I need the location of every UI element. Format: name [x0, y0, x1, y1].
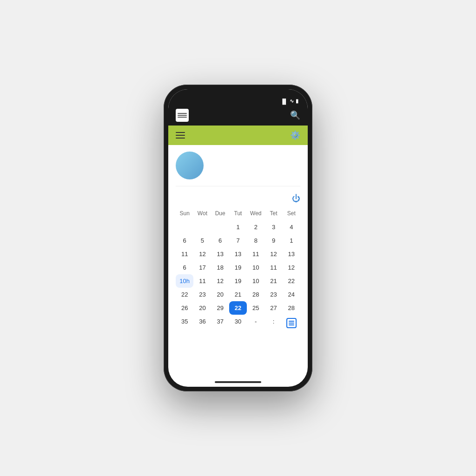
- calendar-cell[interactable]: 29: [212, 301, 229, 315]
- wifi-icon: ∿: [290, 98, 294, 104]
- calendar-cell[interactable]: 10h: [176, 274, 193, 288]
- day-tet: Tet: [264, 208, 282, 218]
- calendar-cell[interactable]: [176, 220, 193, 234]
- calendar-cell[interactable]: 19: [229, 261, 247, 274]
- hamburger-menu-icon[interactable]: [176, 132, 185, 139]
- notes-icon[interactable]: [176, 109, 189, 122]
- calendar-cell[interactable]: -: [247, 315, 264, 331]
- day-set: Set: [283, 208, 300, 218]
- calendar-cell[interactable]: 7: [229, 234, 247, 247]
- calendar-cell[interactable]: :: [264, 315, 282, 331]
- calendar-cell[interactable]: 21: [264, 274, 282, 288]
- calendar-cell[interactable]: 28: [247, 288, 264, 301]
- calendar-row: 6567891: [176, 234, 300, 247]
- calendar-header: Sun Wot Due Tut Wed Tet Set: [176, 208, 300, 218]
- calendar-cell[interactable]: 11: [264, 261, 282, 274]
- calendar-cell[interactable]: 4: [283, 220, 300, 234]
- calendar-row: 6171819101112: [176, 261, 300, 274]
- calendar: Sun Wot Due Tut Wed Tet Set 123465678911…: [176, 208, 300, 331]
- calendar-cell[interactable]: 10: [247, 261, 264, 274]
- calendar-cell[interactable]: 10: [247, 274, 264, 288]
- calendar-cell[interactable]: 6: [176, 261, 193, 274]
- home-indicator: [215, 381, 261, 383]
- calendar-cell[interactable]: 24: [283, 288, 300, 301]
- phone-frame: ▐▌ ∿ ▮ 🔍 ⚙️: [164, 85, 312, 391]
- day-sun: Sun: [176, 208, 193, 218]
- calendar-cell[interactable]: 13: [283, 247, 300, 261]
- calendar-cell[interactable]: 30: [229, 315, 247, 331]
- calendar-cell[interactable]: 8: [247, 234, 264, 247]
- calendar-cell[interactable]: 3: [264, 220, 282, 234]
- calendar-cell[interactable]: 18: [212, 261, 229, 274]
- calendar-cell[interactable]: 12: [212, 274, 229, 288]
- calendar-cell[interactable]: 5: [193, 234, 211, 247]
- profile-section: [176, 152, 300, 186]
- day-due: Due: [212, 208, 229, 218]
- status-icons: ▐▌ ∿ ▮: [280, 98, 298, 104]
- power-icon[interactable]: ⏻: [292, 194, 300, 204]
- list-view-icon[interactable]: [286, 318, 297, 328]
- calendar-cell[interactable]: 6: [176, 234, 193, 247]
- calendar-cell[interactable]: 28: [283, 301, 300, 315]
- calendar-cell[interactable]: 22: [283, 274, 300, 288]
- phone-screen: ▐▌ ∿ ▮ 🔍 ⚙️: [168, 89, 308, 387]
- search-icon[interactable]: 🔍: [290, 110, 300, 120]
- calendar-cell[interactable]: 13: [229, 247, 247, 261]
- calendar-cell[interactable]: 11: [193, 274, 211, 288]
- calendar-cell[interactable]: 23: [193, 288, 211, 301]
- notch: [210, 89, 266, 101]
- calendar-body: 1234656789111121313111213617181910111210…: [176, 220, 300, 331]
- green-navbar: ⚙️: [168, 126, 308, 145]
- app-header: 🔍: [168, 106, 308, 126]
- calendar-cell[interactable]: 20: [193, 301, 211, 315]
- calendar-row: 10h111219102122: [176, 274, 300, 288]
- avatar: [176, 152, 204, 179]
- calendar-cell[interactable]: 17: [193, 261, 211, 274]
- calendar-cell[interactable]: 2: [247, 220, 264, 234]
- calendar-cell[interactable]: 25: [247, 301, 264, 315]
- calendar-row: 22232021282324: [176, 288, 300, 301]
- calendar-cell[interactable]: 13: [212, 247, 229, 261]
- calendar-cell[interactable]: 1: [283, 234, 300, 247]
- calendar-row: 1234: [176, 220, 300, 234]
- calendar-cell[interactable]: 6: [212, 234, 229, 247]
- calendar-row: 26202922252728: [176, 301, 300, 315]
- day-wot: Wot: [193, 208, 211, 218]
- battery-icon: ▮: [296, 98, 298, 104]
- calendar-cell[interactable]: [212, 220, 229, 234]
- day-wed: Wed: [247, 208, 264, 218]
- section-header: ⏻: [176, 194, 300, 204]
- calendar-cell[interactable]: 22: [229, 301, 247, 315]
- calendar-cell[interactable]: 12: [193, 247, 211, 261]
- calendar-cell[interactable]: 27: [264, 301, 282, 315]
- calendar-cell[interactable]: 12: [264, 247, 282, 261]
- calendar-cell[interactable]: 23: [264, 288, 282, 301]
- calendar-cell[interactable]: 22: [176, 288, 193, 301]
- day-tut: Tut: [229, 208, 247, 218]
- signal-icon: ▐▌: [280, 99, 288, 104]
- calendar-cell[interactable]: 19: [229, 274, 247, 288]
- calendar-cell[interactable]: 20: [212, 288, 229, 301]
- filter-icon[interactable]: ⚙️: [290, 130, 300, 140]
- calendar-cell[interactable]: 1: [229, 220, 247, 234]
- calendar-cell[interactable]: 35: [176, 315, 193, 331]
- calendar-cell[interactable]: [193, 220, 211, 234]
- calendar-cell[interactable]: [283, 315, 300, 331]
- calendar-row: 11121313111213: [176, 247, 300, 261]
- calendar-cell[interactable]: 36: [193, 315, 211, 331]
- calendar-cell[interactable]: 9: [264, 234, 282, 247]
- calendar-row: 35363730-:: [176, 315, 300, 331]
- calendar-cell[interactable]: 11: [247, 247, 264, 261]
- calendar-cell[interactable]: 12: [283, 261, 300, 274]
- main-content: ⏻ Sun Wot Due Tut Wed Tet Set 1234656789…: [168, 145, 308, 338]
- calendar-cell[interactable]: 11: [176, 247, 193, 261]
- calendar-cell[interactable]: 37: [212, 315, 229, 331]
- calendar-cell[interactable]: 26: [176, 301, 193, 315]
- calendar-cell[interactable]: 21: [229, 288, 247, 301]
